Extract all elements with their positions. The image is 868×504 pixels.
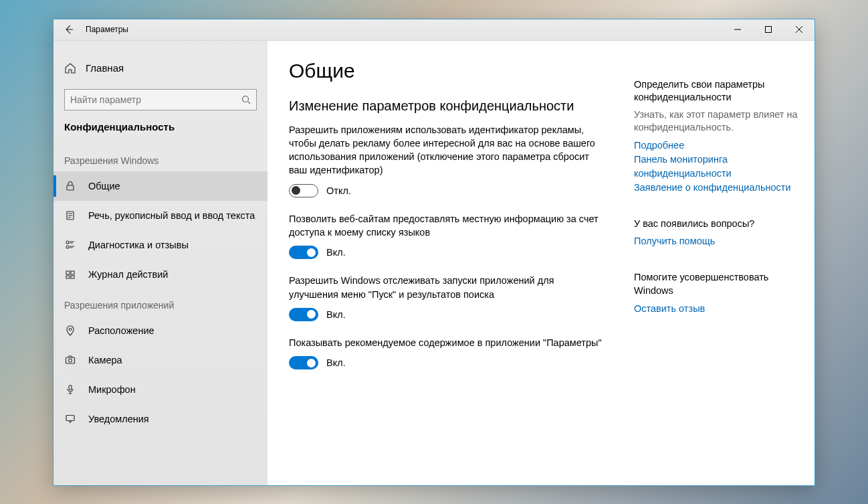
- svg-point-5: [66, 246, 69, 248]
- setting-advertising-id: Разрешить приложениям использовать идент…: [289, 123, 606, 197]
- setting-description: Разрешить приложениям использовать идент…: [289, 123, 606, 177]
- nav-item-label: Уведомления: [88, 414, 149, 424]
- setting-suggested-content: Показывать рекомендуемое содержимое в пр…: [289, 336, 606, 369]
- setting-description: Позволить веб-сайтам предоставлять местн…: [289, 212, 606, 240]
- link-privacy-statement[interactable]: Заявление о конфиденциальности: [634, 181, 798, 195]
- home-label: Главная: [86, 62, 124, 74]
- svg-point-4: [66, 241, 69, 244]
- lock-icon: [64, 180, 76, 192]
- clipboard-icon: [64, 209, 76, 222]
- help-block-privacy: Определить свои параметры конфиденциальн…: [634, 78, 798, 195]
- search-input[interactable]: [70, 94, 241, 105]
- page-title: Общие: [289, 60, 606, 82]
- settings-window: Параметры Главная Ко: [53, 19, 815, 486]
- link-get-help[interactable]: Получить помощь: [634, 234, 798, 248]
- toggle-app-launches[interactable]: [289, 308, 318, 321]
- close-icon: [796, 26, 802, 33]
- setting-app-launches: Разрешить Windows отслеживать запуски пр…: [289, 274, 606, 321]
- main-area: Общие Изменение параметров конфиденциаль…: [267, 41, 815, 485]
- minimize-button[interactable]: [722, 19, 753, 40]
- window-body: Главная Конфиденциальность Разрешения Wi…: [53, 41, 815, 485]
- nav-item-label: Расположение: [88, 325, 154, 336]
- sidebar: Главная Конфиденциальность Разрешения Wi…: [53, 41, 267, 485]
- section-title: Изменение параметров конфиденциальности: [289, 98, 606, 114]
- nav-item-speech-inking[interactable]: Речь, рукописный ввод и ввод текста: [53, 201, 267, 230]
- toggle-suggested-content[interactable]: [289, 356, 318, 369]
- microphone-icon: [64, 384, 76, 396]
- location-icon: [64, 325, 76, 337]
- svg-point-1: [243, 96, 249, 102]
- svg-rect-6: [66, 271, 70, 274]
- svg-rect-8: [66, 276, 70, 278]
- home-link[interactable]: Главная: [53, 57, 267, 80]
- nav-item-label: Камера: [88, 355, 122, 365]
- nav-item-label: Диагностика и отзывы: [88, 240, 189, 250]
- nav-item-label: Общие: [88, 181, 120, 191]
- link-privacy-dashboard[interactable]: Панель мониторинга конфиденциальности: [634, 153, 798, 181]
- search-icon: [241, 95, 251, 104]
- nav-item-label: Журнал действий: [88, 269, 168, 280]
- minimize-icon: [734, 26, 741, 33]
- help-title: Помогите усовершенствовать Windows: [634, 271, 798, 297]
- toggle-state-label: Откл.: [326, 185, 351, 196]
- arrow-left-icon: [64, 24, 74, 35]
- svg-point-12: [69, 359, 72, 362]
- nav-item-label: Микрофон: [88, 384, 136, 395]
- close-button[interactable]: [784, 19, 815, 40]
- setting-website-language: Позволить веб-сайтам предоставлять местн…: [289, 212, 606, 260]
- nav-item-diagnostics[interactable]: Диагностика и отзывы: [53, 230, 267, 260]
- feedback-icon: [64, 239, 76, 251]
- toggle-website-language[interactable]: [289, 246, 318, 259]
- search-box[interactable]: [64, 89, 257, 110]
- setting-description: Показывать рекомендуемое содержимое в пр…: [289, 336, 606, 349]
- svg-rect-13: [69, 385, 72, 390]
- setting-description: Разрешить Windows отслеживать запуски пр…: [289, 274, 606, 301]
- svg-rect-7: [71, 271, 74, 274]
- svg-rect-14: [66, 415, 74, 420]
- svg-point-10: [69, 328, 72, 331]
- svg-rect-0: [766, 27, 772, 33]
- group-header-app-permissions: Разрешения приложений: [53, 289, 267, 316]
- toggle-state-label: Вкл.: [326, 247, 346, 258]
- nav-item-general[interactable]: Общие: [53, 171, 267, 201]
- group-header-windows-permissions: Разрешения Windows: [53, 145, 267, 171]
- nav-item-microphone[interactable]: Микрофон: [53, 375, 267, 404]
- window-title: Параметры: [84, 25, 128, 34]
- category-label: Конфиденциальность: [53, 117, 267, 145]
- home-icon: [64, 62, 76, 74]
- camera-icon: [64, 354, 76, 366]
- link-learn-more[interactable]: Подробнее: [634, 139, 798, 153]
- help-title: У вас появились вопросы?: [634, 218, 798, 231]
- maximize-button[interactable]: [753, 19, 784, 40]
- history-icon: [64, 268, 76, 280]
- nav-item-camera[interactable]: Камера: [53, 345, 267, 375]
- svg-rect-2: [67, 185, 74, 190]
- maximize-icon: [765, 26, 772, 33]
- nav-item-activity-history[interactable]: Журнал действий: [53, 260, 267, 289]
- notification-icon: [64, 413, 76, 425]
- toggle-advertising-id[interactable]: [289, 184, 318, 197]
- help-subtitle: Узнать, как этот параметр влияет на конф…: [634, 108, 798, 135]
- help-title: Определить свои параметры конфиденциальн…: [634, 78, 798, 104]
- svg-rect-11: [66, 357, 75, 363]
- help-block-feedback: Помогите усовершенствовать Windows Остав…: [634, 271, 798, 315]
- back-button[interactable]: [53, 19, 84, 40]
- content: Общие Изменение параметров конфиденциаль…: [267, 41, 627, 485]
- nav-item-location[interactable]: Расположение: [53, 316, 267, 345]
- toggle-state-label: Вкл.: [326, 309, 346, 320]
- nav-item-label: Речь, рукописный ввод и ввод текста: [88, 210, 255, 221]
- svg-rect-9: [71, 276, 74, 278]
- help-block-questions: У вас появились вопросы? Получить помощь: [634, 218, 798, 249]
- toggle-state-label: Вкл.: [326, 357, 346, 368]
- nav-item-notifications[interactable]: Уведомления: [53, 404, 267, 434]
- right-pane: Определить свои параметры конфиденциальн…: [627, 41, 815, 485]
- link-give-feedback[interactable]: Оставить отзыв: [634, 302, 798, 316]
- titlebar: Параметры: [53, 19, 815, 41]
